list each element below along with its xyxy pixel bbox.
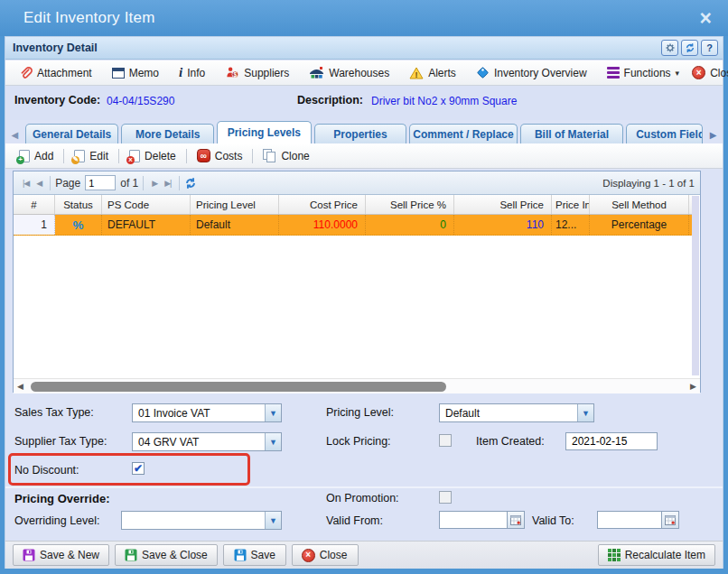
cell-ps-code: DEFAULT <box>102 215 191 235</box>
valid-to-input[interactable] <box>597 511 662 529</box>
overriding-level-select[interactable]: ▼ <box>121 511 282 530</box>
cell-status: % <box>55 215 102 235</box>
scroll-left-icon[interactable]: ◀ <box>17 382 23 391</box>
calendar-icon <box>665 514 676 525</box>
pager-next-icon[interactable]: ▶ <box>148 179 161 188</box>
col-header-sell-price[interactable]: Sell Price <box>454 195 552 214</box>
settings-button[interactable] <box>661 40 678 56</box>
warning-triangle-icon: ! <box>409 67 424 79</box>
page-number-input[interactable] <box>85 175 116 190</box>
chevron-down-icon: ▾ <box>676 69 680 78</box>
svg-text:$: $ <box>234 71 238 79</box>
chevron-down-icon: ▼ <box>577 404 593 421</box>
valid-to-label: Valid To: <box>532 514 574 527</box>
col-header-sell-price-pct[interactable]: Sell Price % <box>366 195 454 214</box>
panel-header: Inventory Detail ? <box>5 37 723 60</box>
col-header-num[interactable]: # <box>14 195 55 214</box>
no-discount-label: No Discount: <box>14 464 79 477</box>
delete-button[interactable]: x Delete <box>123 147 182 165</box>
section-separator <box>5 486 723 488</box>
delete-icon: x <box>129 150 140 162</box>
no-discount-checkbox[interactable]: ✔ <box>132 462 145 475</box>
supplier-tax-type-select[interactable]: 04 GRV VAT ▼ <box>132 432 282 451</box>
recalculate-item-button[interactable]: Recalculate Item <box>598 544 715 566</box>
save-icon-green <box>125 549 137 561</box>
pricing-level-select[interactable]: Default ▼ <box>439 403 594 422</box>
save-button[interactable]: Save <box>223 544 286 566</box>
item-identity-row: Inventory Code: 04-04/15S290 Description… <box>5 86 723 120</box>
add-button[interactable]: + Add <box>13 147 60 165</box>
toolbar-separator <box>118 149 119 163</box>
horizontal-scrollbar[interactable]: ◀ ▶ <box>14 378 700 393</box>
panel-title: Inventory Detail <box>5 42 98 54</box>
clone-button[interactable]: Clone <box>257 146 315 165</box>
edit-icon: ✎ <box>74 150 85 162</box>
item-created-input[interactable] <box>565 432 658 450</box>
tab-scroll-left-icon[interactable]: ◀ <box>7 126 23 143</box>
tab-pricing-levels[interactable]: Pricing Levels <box>217 121 312 144</box>
footer-button-bar: Save & New Save & Close Save × <box>5 541 723 569</box>
chevron-down-icon: ▼ <box>265 404 281 421</box>
col-header-ps-code[interactable]: PS Code <box>102 195 191 214</box>
alerts-button[interactable]: ! Alerts <box>403 64 462 82</box>
valid-to-calendar-button[interactable] <box>662 511 679 529</box>
save-close-button[interactable]: Save & Close <box>115 544 218 566</box>
tab-custom-fields[interactable]: Custom Fields <box>626 124 703 144</box>
grid-row-selected[interactable]: 1 % DEFAULT Default 110.0000 0 110 12...… <box>14 215 693 236</box>
add-icon: + <box>19 150 30 162</box>
valid-from-input[interactable] <box>439 511 508 529</box>
toolbar-close-button[interactable]: × Close <box>686 63 728 82</box>
tab-more-details[interactable]: More Details <box>121 124 214 144</box>
attachment-button[interactable]: Attachment <box>13 63 98 82</box>
sales-tax-type-select[interactable]: 01 Invoice VAT ▼ <box>132 403 282 422</box>
dialog-close-icon[interactable]: × <box>700 9 712 27</box>
pager-refresh-button[interactable] <box>184 177 197 190</box>
recalculate-icon <box>608 549 621 561</box>
scroll-right-icon[interactable]: ▶ <box>690 382 696 391</box>
refresh-button[interactable] <box>681 40 698 56</box>
description-value: Driver bit No2 x 90mm Square <box>371 95 517 107</box>
pager-of-label: of 1 <box>120 177 138 190</box>
inventory-code-label: Inventory Code: <box>14 94 100 106</box>
valid-from-label: Valid From: <box>326 514 383 527</box>
lock-pricing-checkbox[interactable] <box>439 434 452 447</box>
dialog-titlebar: Edit Inventory Item × <box>0 0 728 36</box>
pager-prev-icon[interactable]: ◀ <box>33 179 45 188</box>
valid-from-calendar-button[interactable] <box>508 511 525 529</box>
pricing-levels-grid: |◀ ◀ Page of 1 ▶ ▶| Disp <box>13 171 701 393</box>
close-button[interactable]: × Close <box>292 544 359 566</box>
col-header-sell-method[interactable]: Sell Method <box>590 195 689 214</box>
edit-button[interactable]: ✎ Edit <box>68 147 115 165</box>
actions-toolbar: + Add ✎ Edit x Delete ∞ Costs <box>5 144 723 169</box>
vertical-scrollbar-track[interactable] <box>692 196 699 375</box>
on-promotion-checkbox[interactable] <box>439 491 452 504</box>
tab-properties[interactable]: Properties <box>314 124 407 144</box>
tag-icon <box>476 66 490 79</box>
memo-button[interactable]: Memo <box>106 64 165 82</box>
tab-comment-replace[interactable]: Comment / Replace <box>409 124 517 144</box>
warehouse-icon <box>309 66 324 79</box>
functions-button[interactable]: Functions ▾ <box>601 64 686 82</box>
suppliers-button[interactable]: $ Suppliers <box>219 63 295 82</box>
tab-bill-of-material[interactable]: Bill of Material <box>520 124 623 144</box>
tab-scroll-right-icon[interactable]: ▶ <box>705 126 721 143</box>
warehouses-button[interactable]: Warehouses <box>303 63 396 82</box>
costs-button[interactable]: ∞ Costs <box>191 146 249 165</box>
pager-first-icon[interactable]: |◀ <box>19 179 33 188</box>
save-new-button[interactable]: Save & New <box>13 544 109 566</box>
check-icon: ✔ <box>134 464 143 473</box>
help-icon: ? <box>706 42 713 53</box>
scrollbar-thumb[interactable] <box>31 382 446 392</box>
inventory-code-value: 04-04/15S290 <box>107 95 174 107</box>
inventory-overview-button[interactable]: Inventory Overview <box>470 63 593 82</box>
col-header-cost-price[interactable]: Cost Price <box>279 195 366 214</box>
pricing-override-heading: Pricing Override: <box>14 492 109 505</box>
col-header-pricing-level[interactable]: Pricing Level <box>191 195 279 214</box>
col-header-price-in[interactable]: Price In <box>552 195 590 214</box>
help-button[interactable]: ? <box>701 40 718 56</box>
pager-last-icon[interactable]: ▶| <box>161 179 174 188</box>
col-header-status[interactable]: Status <box>55 195 102 214</box>
info-button[interactable]: i Info <box>173 62 211 83</box>
tab-general-details[interactable]: General Details <box>25 124 119 144</box>
cell-sell-price: 110 <box>454 215 552 235</box>
